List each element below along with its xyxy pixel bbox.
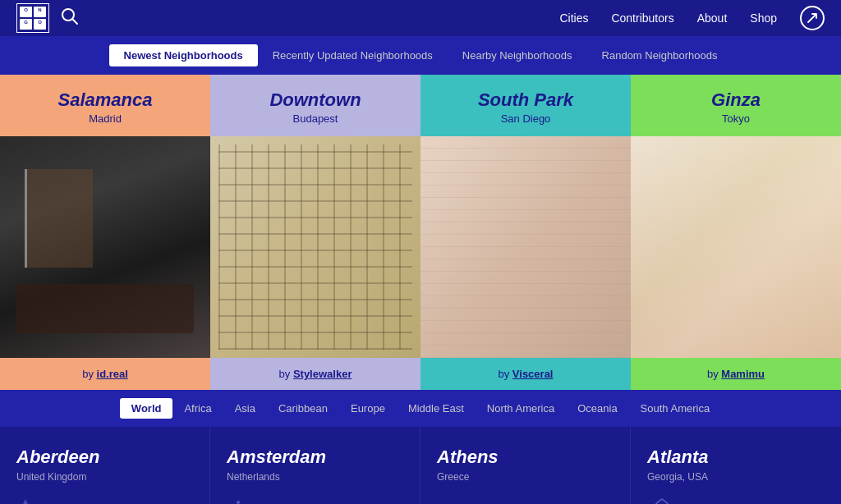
- region-tab-europe[interactable]: Europe: [339, 398, 397, 419]
- card-ginza-header: Ginza Tokyo: [631, 75, 841, 136]
- neighborhood-name: South Park: [434, 89, 618, 111]
- nav-cities[interactable]: Cities: [559, 11, 588, 25]
- neighborhood-name: Ginza: [644, 89, 828, 111]
- city-name: Amsterdam: [227, 447, 326, 468]
- card-southpark[interactable]: South Park San Diego by Visceral: [420, 75, 631, 390]
- city-country: Netherlands: [227, 471, 280, 483]
- region-tab-caribbean[interactable]: Caribbean: [267, 398, 339, 419]
- contributor-link-ginza[interactable]: Mamimu: [721, 368, 765, 380]
- region-tab-asia[interactable]: Asia: [223, 398, 267, 419]
- card-southpark-header: South Park San Diego: [420, 75, 631, 136]
- card-salamanca[interactable]: Salamanca Madrid by id.real: [0, 75, 210, 390]
- card-salamanca-footer: by id.real: [0, 358, 210, 390]
- city-card-atlanta[interactable]: Atlanta Georgia, USA: [631, 427, 841, 504]
- nav-shop[interactable]: Shop: [750, 11, 777, 25]
- card-downtown-header: Downtown Budapest: [210, 75, 420, 136]
- city-country: Georgia, USA: [647, 471, 708, 483]
- svg-rect-11: [237, 501, 240, 504]
- city-icon-row-atlanta: [647, 497, 677, 504]
- search-button[interactable]: [61, 7, 79, 30]
- neighborhood-city: Tokyo: [644, 112, 828, 125]
- header: ON GO Cities Contributors About Shop: [0, 0, 841, 36]
- city-name: Athens: [437, 447, 499, 468]
- share-button[interactable]: [800, 6, 825, 30]
- city-name: Aberdeen: [16, 447, 99, 468]
- tab-nearby[interactable]: Nearby Neighborhoods: [448, 44, 587, 66]
- city-country: United Kingdom: [16, 471, 86, 483]
- neighborhood-city: Madrid: [13, 112, 197, 125]
- card-downtown-footer: by Stylewalker: [210, 358, 420, 390]
- svg-marker-3: [18, 499, 33, 504]
- city-icon-row-amsterdam: [227, 497, 251, 504]
- logo[interactable]: ON GO: [16, 3, 49, 33]
- city-card-athens[interactable]: Athens Greece: [420, 427, 631, 504]
- header-nav: Cities Contributors About Shop: [559, 6, 825, 30]
- tab-recently-updated[interactable]: Recently Updated Neighborhoods: [258, 44, 448, 66]
- city-icon-row-athens: [437, 497, 470, 504]
- neighborhoods-grid: Salamanca Madrid by id.real Downtown Bud…: [0, 75, 841, 390]
- region-tab-africa[interactable]: Africa: [172, 398, 223, 419]
- card-salamanca-image: [0, 136, 210, 358]
- card-southpark-footer: by Visceral: [420, 358, 631, 390]
- tab-random[interactable]: Random Neighborhoods: [587, 44, 733, 66]
- region-tabs-bar: World Africa Asia Caribbean Europe Middl…: [0, 390, 841, 427]
- region-tab-north-america[interactable]: North America: [476, 398, 566, 419]
- neighborhood-city: Budapest: [223, 112, 407, 125]
- contributor-link-salamanca[interactable]: id.real: [97, 368, 128, 380]
- tab-newest-neighborhoods[interactable]: Newest Neighborhoods: [109, 44, 258, 66]
- city-card-amsterdam[interactable]: Amsterdam Netherlands: [210, 427, 420, 504]
- card-ginza[interactable]: Ginza Tokyo by Mamimu: [631, 75, 841, 390]
- card-southpark-image: [420, 136, 631, 358]
- city-icon-row-aberdeen: [16, 497, 56, 504]
- cities-grid: Aberdeen United Kingdom Amsterdam Nether…: [0, 427, 841, 504]
- neighborhood-name: Downtown: [223, 89, 407, 111]
- card-downtown[interactable]: Downtown Budapest by Stylewalker: [210, 75, 420, 390]
- card-ginza-image: [631, 136, 841, 358]
- header-left: ON GO: [16, 3, 79, 33]
- region-tab-oceania[interactable]: Oceania: [566, 398, 628, 419]
- nav-contributors[interactable]: Contributors: [611, 11, 673, 25]
- contributor-link-southpark[interactable]: Visceral: [512, 368, 554, 380]
- card-downtown-image: [210, 136, 420, 358]
- nav-tabs-bar: Newest Neighborhoods Recently Updated Ne…: [0, 36, 841, 75]
- svg-line-1: [72, 19, 77, 24]
- contributor-link-downtown[interactable]: Stylewalker: [293, 368, 352, 380]
- region-tab-south-america[interactable]: South America: [629, 398, 722, 419]
- neighborhood-name: Salamanca: [13, 89, 197, 111]
- card-salamanca-header: Salamanca Madrid: [0, 75, 210, 136]
- nav-about[interactable]: About: [697, 11, 728, 25]
- city-country: Greece: [437, 471, 469, 483]
- neighborhood-city: San Diego: [434, 112, 618, 125]
- card-ginza-footer: by Mamimu: [631, 358, 841, 390]
- region-tab-middle-east[interactable]: Middle East: [397, 398, 476, 419]
- city-name: Atlanta: [647, 447, 709, 468]
- region-tab-world[interactable]: World: [120, 398, 173, 419]
- city-card-aberdeen[interactable]: Aberdeen United Kingdom: [0, 427, 210, 504]
